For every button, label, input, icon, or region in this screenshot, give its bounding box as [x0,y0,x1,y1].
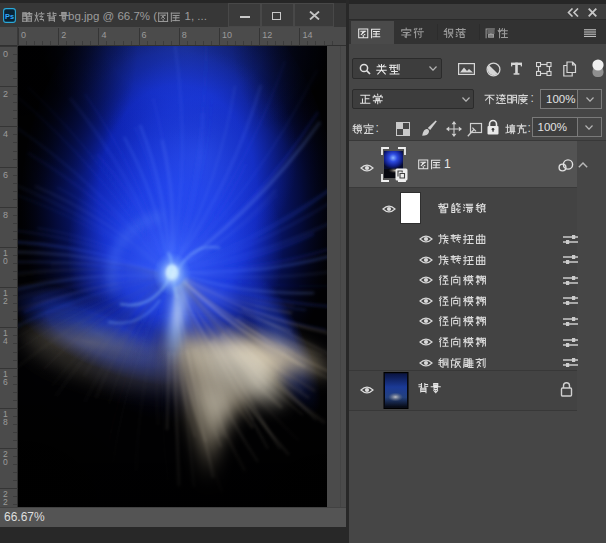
svg-text:Ps: Ps [5,12,14,21]
